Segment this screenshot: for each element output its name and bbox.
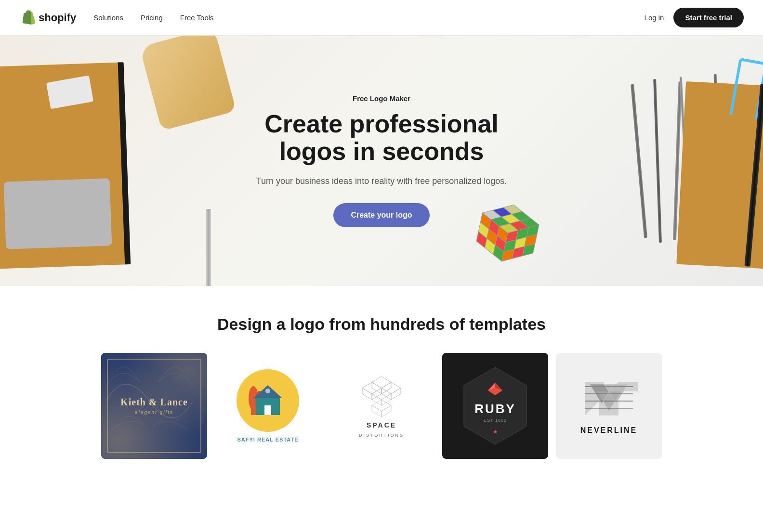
space-cube-svg <box>360 374 403 417</box>
svg-marker-48 <box>372 388 382 400</box>
navigation: shopify Solutions Pricing Free Tools Log… <box>0 0 763 36</box>
template-card-ruby[interactable]: RUBY EST 1800 ★ <box>442 353 548 459</box>
logo-text: shopify <box>39 12 76 24</box>
hero-eyebrow: Free Logo Maker <box>242 94 521 103</box>
svg-point-39 <box>265 389 270 393</box>
start-trial-button[interactable]: Start free trial <box>673 8 744 27</box>
safyi-logo-svg <box>244 376 292 425</box>
space-logo-name: SPACE <box>367 421 396 429</box>
template-grid: Kieth & Lance elegant gifts <box>19 353 744 459</box>
nav-right: Log in Start free trial <box>645 8 744 27</box>
template-card-kieth[interactable]: Kieth & Lance elegant gifts <box>101 353 207 459</box>
space-inner: SPACE DISTORTIONS <box>329 353 434 459</box>
safyi-circle <box>237 369 299 432</box>
templates-section-title: Design a logo from hundreds of templates <box>19 315 744 334</box>
hero-content: Free Logo Maker Create professional logo… <box>232 94 531 227</box>
kieth-name: Kieth & Lance <box>120 397 188 408</box>
svg-text:RUBY: RUBY <box>474 402 516 416</box>
svg-text:EST 1800: EST 1800 <box>484 418 507 423</box>
template-card-space[interactable]: SPACE DISTORTIONS <box>329 353 434 459</box>
svg-marker-40 <box>372 376 391 388</box>
neverline-inner: NEVERLINE <box>556 353 662 459</box>
template-card-safyi[interactable]: SAFYI REAL ESTATE <box>215 353 321 459</box>
neverline-name: NEVERLINE <box>580 426 638 435</box>
create-logo-button[interactable]: Create your logo <box>333 203 429 227</box>
safyi-name: SAFYI REAL ESTATE <box>237 437 298 442</box>
ruby-logo-svg: RUBY EST 1800 ★ <box>457 363 534 449</box>
nav-solutions[interactable]: Solutions <box>93 13 123 22</box>
hero-subtitle: Turn your business ideas into reality wi… <box>242 175 521 188</box>
safyi-inner: SAFYI REAL ESTATE <box>215 353 321 459</box>
svg-marker-42 <box>382 382 391 394</box>
kieth-inner: Kieth & Lance elegant gifts <box>101 353 207 459</box>
shopify-logo[interactable]: shopify <box>19 9 76 26</box>
space-logo-subtitle: DISTORTIONS <box>359 433 404 438</box>
neverline-logo-svg <box>580 377 638 420</box>
shopify-icon <box>19 9 35 26</box>
ruby-hex-container: RUBY EST 1800 ★ <box>457 363 534 449</box>
hero-title: Create professional logos in seconds <box>242 110 521 165</box>
templates-section: Design a logo from hundreds of templates… <box>0 286 763 478</box>
nav-left: shopify Solutions Pricing Free Tools <box>19 9 214 26</box>
svg-marker-45 <box>391 388 401 400</box>
svg-marker-51 <box>382 394 391 405</box>
login-button[interactable]: Log in <box>645 13 664 22</box>
svg-marker-47 <box>362 388 372 400</box>
svg-text:★: ★ <box>493 428 498 435</box>
svg-marker-41 <box>372 382 382 394</box>
kieth-subtitle: elegant gifts <box>135 410 173 415</box>
nav-pricing[interactable]: Pricing <box>141 13 163 22</box>
nav-free-tools[interactable]: Free Tools <box>180 13 214 22</box>
svg-rect-38 <box>264 405 271 415</box>
svg-marker-54 <box>382 405 391 417</box>
svg-marker-44 <box>382 388 391 400</box>
svg-marker-50 <box>372 394 382 405</box>
svg-marker-53 <box>372 405 382 417</box>
hero-section: Free Logo Maker Create professional logo… <box>0 36 763 286</box>
template-card-neverline[interactable]: NEVERLINE <box>556 353 662 459</box>
